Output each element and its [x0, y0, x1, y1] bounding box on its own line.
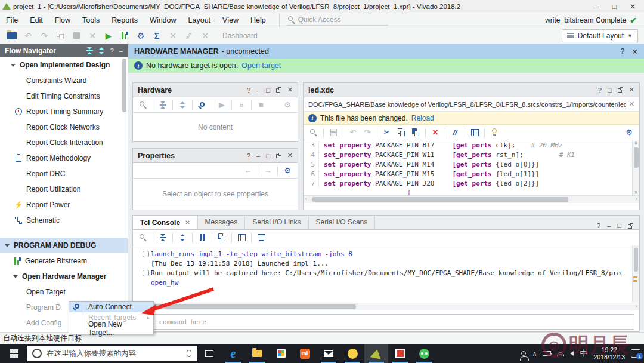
menu-item-open-new-target[interactable]: Open New Target... [69, 323, 153, 334]
close-panel-icon[interactable]: ✕ [287, 86, 293, 94]
task-view-button[interactable] [197, 344, 221, 363]
copy-icon[interactable] [53, 30, 67, 42]
fn-program-and-debug-section[interactable]: PROGRAM AND DEBUG [0, 238, 128, 253]
wifi-icon[interactable] [557, 351, 564, 356]
console-output[interactable]: –launch_runs impl_1 -to_step write_bitst… [133, 245, 639, 303]
copy-icon[interactable] [395, 127, 408, 138]
back-arrow-icon[interactable]: ← [242, 165, 255, 176]
tcl-command-input[interactable] [138, 318, 634, 326]
minimize-panel-icon[interactable]: – [607, 222, 611, 229]
fn-report-methodology[interactable]: Report Methodology [0, 150, 128, 166]
gear-icon[interactable]: ⚙ [281, 100, 294, 110]
columns-icon[interactable] [235, 232, 248, 243]
lightbulb-icon[interactable] [488, 127, 501, 138]
minimize-panel-icon[interactable]: – [256, 87, 260, 94]
vivado-taskbar-button[interactable] [364, 344, 388, 363]
menu-layout[interactable]: Layout [182, 16, 217, 24]
search-icon[interactable] [137, 232, 150, 243]
help-icon[interactable]: ? [598, 87, 602, 94]
redo-icon[interactable]: ↷ [37, 30, 51, 42]
close-panel-icon[interactable]: ✕ [629, 86, 634, 94]
quick-access-search[interactable]: Quick Access [287, 14, 388, 26]
maximize-panel-icon[interactable]: □ [617, 222, 621, 229]
float-panel-icon[interactable] [628, 223, 633, 229]
fn-generate-bitstream[interactable]: Generate Bitstream [0, 253, 128, 269]
menu-view[interactable]: View [216, 16, 244, 24]
fn-report-clock-interaction[interactable]: Report Clock Interaction [0, 135, 128, 150]
run-status-text[interactable]: write_bitstream Complete [545, 16, 626, 24]
undo-icon[interactable]: ↶ [21, 30, 35, 42]
store-button[interactable] [269, 344, 293, 363]
help-icon[interactable]: ? [621, 47, 625, 56]
paste-icon[interactable] [69, 30, 83, 42]
console-horizontal-scrollbar[interactable]: › [133, 303, 639, 310]
fn-schematic[interactable]: Schematic [0, 213, 128, 228]
delete-x-icon[interactable]: ✕ [429, 127, 442, 138]
fn-report-utilization[interactable]: Report Utilization [0, 182, 128, 197]
taskbar-clock[interactable]: 19:22 2018/12/13 [593, 346, 625, 361]
columns-icon[interactable] [468, 127, 481, 138]
expand-all-icon[interactable] [176, 232, 189, 243]
fn-open-implemented-design[interactable]: Open Implemented Design [0, 57, 128, 73]
microphone-icon[interactable] [187, 350, 191, 357]
undo-icon[interactable]: ↶ [346, 127, 360, 138]
reload-link[interactable]: Reload [411, 114, 434, 122]
fn-report-clock-networks[interactable]: Report Clock Networks [0, 119, 128, 135]
menu-flow[interactable]: Flow [49, 16, 76, 24]
collapse-node-icon[interactable]: – [143, 270, 149, 276]
taskbar-search-box[interactable]: 在这里输入你要搜索的内容 [27, 346, 197, 361]
search-icon[interactable] [307, 127, 320, 138]
fn-report-power[interactable]: ⚡Report Power [0, 197, 128, 213]
minimize-panel-icon[interactable]: – [119, 47, 123, 54]
menu-reports[interactable]: Reports [106, 16, 144, 24]
save-icon[interactable] [327, 127, 340, 138]
open-target-play-icon[interactable]: ▶ [215, 100, 228, 110]
fn-constraints-wizard[interactable]: Constraints Wizard [0, 73, 128, 88]
qq-button[interactable] [340, 344, 364, 363]
start-button[interactable] [0, 344, 27, 363]
editor-horizontal-scrollbar[interactable]: ‹ › [304, 195, 639, 203]
fn-report-drc[interactable]: Report DRC [0, 166, 128, 182]
tab-serial-io-scans[interactable]: Serial I/O Scans [309, 215, 376, 229]
close-panel-icon[interactable]: ✕ [287, 152, 293, 159]
speaker-icon[interactable] [570, 351, 574, 356]
auto-connect-icon[interactable] [196, 100, 209, 110]
sigma-icon[interactable]: Σ [150, 30, 164, 42]
window-maximize-button[interactable]: □ [612, 2, 617, 11]
settings-gear-icon[interactable]: ⚙ [134, 30, 148, 42]
open-folder-icon[interactable] [5, 30, 19, 42]
menu-edit[interactable]: Edit [24, 16, 49, 24]
window-close-button[interactable]: ✕ [630, 2, 636, 11]
fn-open-target[interactable]: Open Target [0, 284, 128, 300]
flow-navigator-scrollbar[interactable] [122, 59, 126, 321]
tab-serial-io-links[interactable]: Serial I/O Links [245, 215, 308, 229]
float-panel-icon[interactable] [276, 87, 281, 93]
close-icon[interactable]: ✕ [632, 47, 638, 56]
fn-open-hardware-manager[interactable]: Open Hardware Manager [0, 269, 128, 284]
collapse-all-icon[interactable] [156, 232, 169, 243]
paste-icon[interactable] [409, 127, 422, 138]
maximize-panel-icon[interactable]: □ [266, 152, 270, 159]
layout-selector[interactable]: Default Layout ▼ [562, 29, 638, 42]
pause-icon[interactable] [196, 232, 209, 243]
editor-vertical-scrollbar[interactable]: ∧∨ [632, 140, 639, 195]
gear-icon[interactable]: ⚙ [281, 165, 294, 176]
file-explorer-button[interactable] [245, 344, 269, 363]
forward-arrow-icon[interactable]: → [261, 165, 274, 176]
edge-button[interactable]: e [221, 344, 245, 363]
redo-icon[interactable]: ↷ [361, 127, 374, 138]
wechat-button[interactable] [412, 344, 436, 363]
mi-button[interactable]: mi [293, 344, 317, 363]
collapse-all-icon[interactable] [156, 100, 169, 110]
generate-bitstream-icon[interactable] [117, 30, 132, 42]
collapse-node-icon[interactable]: – [143, 251, 149, 257]
search-icon[interactable] [137, 100, 150, 110]
cut-icon[interactable]: ✂ [380, 127, 394, 138]
float-panel-icon[interactable] [276, 153, 281, 158]
window-minimize-button[interactable]: – [595, 2, 599, 11]
gear-icon[interactable]: ⚙ [623, 127, 636, 138]
close-tab-icon[interactable]: ✕ [185, 219, 190, 226]
mail-button[interactable] [317, 344, 340, 363]
help-icon[interactable]: ? [247, 152, 250, 159]
red-app-button[interactable] [388, 344, 412, 363]
